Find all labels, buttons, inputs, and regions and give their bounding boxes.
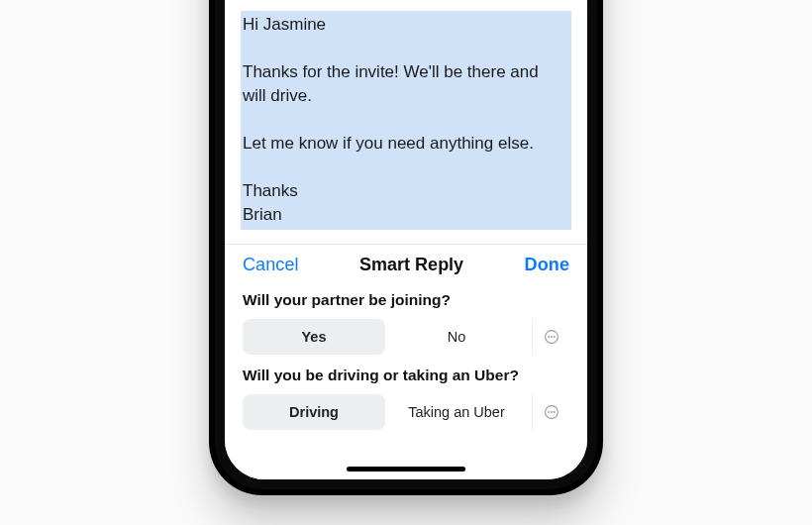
panel-title: Smart Reply (359, 255, 463, 275)
cancel-button[interactable]: Cancel (243, 255, 299, 275)
svg-point-5 (548, 411, 550, 413)
choice-row: Driving Taking an Uber (243, 394, 569, 430)
email-body-selection[interactable]: Hi Jasmine Thanks for the invite! We'll … (241, 11, 571, 230)
home-indicator[interactable] (347, 467, 465, 472)
email-compose-area[interactable]: Hi Jasmine Thanks for the invite! We'll … (225, 0, 587, 244)
svg-point-1 (548, 336, 550, 338)
choice-yes[interactable]: Yes (243, 319, 385, 355)
email-line: will drive. (243, 84, 569, 108)
question-label: Will you be driving or taking an Uber? (243, 367, 569, 384)
more-options-button[interactable] (532, 394, 569, 430)
ellipsis-icon (544, 404, 559, 420)
more-options-button[interactable] (532, 319, 569, 355)
email-line: Hi Jasmine (243, 13, 569, 37)
question-block-transport: Will you be driving or taking an Uber? D… (225, 363, 587, 438)
svg-point-6 (551, 411, 553, 413)
question-label: Will your partner be joining? (243, 291, 569, 309)
phone-frame: Hi Jasmine Thanks for the invite! We'll … (209, 0, 603, 495)
email-line: Brian (243, 203, 569, 227)
choice-no[interactable]: No (385, 319, 528, 355)
phone-screen: Hi Jasmine Thanks for the invite! We'll … (225, 0, 587, 479)
email-line: Thanks (243, 179, 569, 203)
svg-point-7 (553, 411, 555, 413)
svg-point-2 (551, 336, 553, 338)
done-button[interactable]: Done (525, 255, 569, 275)
smart-reply-panel: Cancel Smart Reply Done Will your partne… (225, 245, 587, 479)
svg-point-3 (553, 336, 555, 338)
panel-header: Cancel Smart Reply Done (225, 245, 587, 287)
choice-uber[interactable]: Taking an Uber (385, 394, 528, 430)
question-block-partner: Will your partner be joining? Yes No (225, 287, 587, 363)
choice-row: Yes No (243, 319, 569, 355)
email-line: Let me know if you need anything else. (243, 132, 569, 156)
choice-driving[interactable]: Driving (243, 394, 385, 430)
ellipsis-icon (544, 329, 559, 345)
email-line: Thanks for the invite! We'll be there an… (243, 60, 569, 84)
